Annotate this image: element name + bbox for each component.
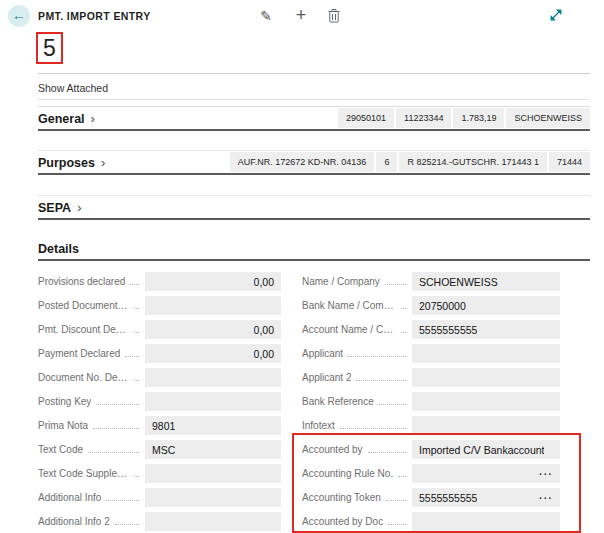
field-label: Accounting Rule No. xyxy=(302,468,393,479)
field-value-input[interactable] xyxy=(145,488,281,507)
general-summary-tiles: 29050101 11223344 1.783,19 SCHOENWEISS xyxy=(336,108,590,128)
field-row: Infotext xyxy=(302,416,560,435)
field-label: Name / Company xyxy=(302,276,380,287)
field-label: Posting Key xyxy=(38,396,91,407)
field-row: Applicant xyxy=(302,344,560,363)
dotted-leader xyxy=(340,428,406,429)
summary-tile[interactable]: 6 xyxy=(376,152,397,172)
field-value-input[interactable]: 0,00 xyxy=(145,272,281,291)
dotted-leader xyxy=(125,356,139,357)
edit-button[interactable]: ✎ xyxy=(255,6,277,26)
field-row: Name / CompanySCHOENWEISS xyxy=(302,272,560,291)
field-label: Posted Document No. xyxy=(38,300,129,311)
field-row: Accounted by Doc xyxy=(302,512,560,531)
field-value-input[interactable] xyxy=(145,296,281,315)
field-value-input[interactable]: MSC xyxy=(145,440,281,459)
field-row: Text CodeMSC xyxy=(38,440,281,459)
section-sepa-header[interactable]: SEPA› xyxy=(38,200,81,215)
field-row: Posting Key xyxy=(38,392,281,411)
summary-tile[interactable]: 71444 xyxy=(549,152,590,172)
field-label: Bank Reference xyxy=(302,396,374,407)
dotted-leader xyxy=(368,452,406,453)
field-label: Accounted by Doc xyxy=(302,516,383,527)
section-purposes: Purposes› AUF.NR. 172672 KD-NR. 04136 6 … xyxy=(38,150,590,175)
divider xyxy=(38,73,590,74)
field-label: Accounted by xyxy=(302,444,363,455)
pencil-icon: ✎ xyxy=(260,8,272,24)
assist-edit-button[interactable]: ··· xyxy=(539,469,553,479)
field-value-input[interactable]: 0,00 xyxy=(145,344,281,363)
back-button[interactable]: ← xyxy=(8,5,30,27)
section-general-header[interactable]: General› xyxy=(38,111,95,126)
field-value-input[interactable] xyxy=(412,416,560,435)
field-label: Text Code xyxy=(38,444,83,455)
dotted-leader xyxy=(134,308,139,309)
field-row: Additional Info 2 xyxy=(38,512,281,531)
dotted-leader xyxy=(93,428,139,429)
field-row: Applicant 2 xyxy=(302,368,560,387)
page-caption: PMT. IMPORT ENTRY xyxy=(38,10,151,22)
chevron-right-icon: › xyxy=(77,200,81,215)
expand-icon xyxy=(548,7,564,23)
field-row: Account Name / Com...5555555555 xyxy=(302,320,560,339)
field-value-input[interactable] xyxy=(145,512,281,531)
dotted-leader xyxy=(379,404,406,405)
section-details-heading: Details xyxy=(38,242,590,261)
field-row: Bank Name / Company20750000 xyxy=(302,296,560,315)
annotation-box-title: 5 xyxy=(36,32,63,64)
field-value-input[interactable]: 5555555555 xyxy=(412,320,560,339)
purposes-summary-tiles: AUF.NR. 172672 KD-NR. 04136 6 R 825214.-… xyxy=(228,152,590,172)
field-label: Pmt. Discount Declared xyxy=(38,324,129,335)
summary-tile[interactable]: 1.783,19 xyxy=(453,108,504,128)
new-button[interactable]: + xyxy=(290,6,312,26)
field-row: Bank Reference xyxy=(302,392,560,411)
dotted-leader xyxy=(96,404,139,405)
summary-tile[interactable]: 11223344 xyxy=(396,108,451,128)
summary-tile[interactable]: 29050101 xyxy=(338,108,394,128)
dotted-leader xyxy=(115,524,139,525)
field-label: Text Code Supplement xyxy=(38,468,129,479)
title-row: 5 xyxy=(36,32,604,70)
field-value-input[interactable] xyxy=(412,344,560,363)
dotted-leader xyxy=(386,500,406,501)
dotted-leader xyxy=(401,308,406,309)
arrow-left-icon: ← xyxy=(12,7,26,23)
field-value-input[interactable] xyxy=(412,368,560,387)
field-label: Payment Declared xyxy=(38,348,120,359)
delete-button[interactable] xyxy=(323,6,345,26)
dotted-leader xyxy=(134,380,139,381)
trash-icon xyxy=(326,7,342,25)
field-value-input[interactable]: 9801 xyxy=(145,416,281,435)
field-value-input[interactable]: Imported C/V Bankaccount xyxy=(412,440,560,459)
field-label: Additional Info 2 xyxy=(38,516,110,527)
field-value-input[interactable] xyxy=(412,512,560,531)
summary-tile[interactable]: SCHOENWEISS xyxy=(506,108,590,128)
show-attached-link[interactable]: Show Attached xyxy=(38,82,128,94)
section-purposes-header[interactable]: Purposes› xyxy=(38,155,105,170)
divider xyxy=(38,99,590,100)
summary-tile[interactable]: AUF.NR. 172672 KD-NR. 04136 xyxy=(230,152,375,172)
field-label: Additional Info xyxy=(38,492,101,503)
field-value-input[interactable] xyxy=(145,464,281,483)
section-sepa: SEPA› xyxy=(38,195,590,220)
section-general: General› 29050101 11223344 1.783,19 SCHO… xyxy=(38,106,590,131)
details-grid: Provisions declared0,00 Posted Document … xyxy=(38,272,590,533)
field-value-input[interactable]: 20750000 xyxy=(412,296,560,315)
dotted-leader xyxy=(130,284,139,285)
top-bar: ← PMT. IMPORT ENTRY ✎ + xyxy=(0,0,604,30)
plus-icon: + xyxy=(296,5,307,25)
field-row: Posted Document No. xyxy=(38,296,281,315)
assist-edit-button[interactable]: ··· xyxy=(539,493,553,503)
field-value-input[interactable] xyxy=(412,392,560,411)
expand-button[interactable] xyxy=(548,7,566,25)
field-value-input[interactable]: 5555555555··· xyxy=(412,488,560,507)
field-value-input[interactable]: ··· xyxy=(412,464,560,483)
field-label: Prima Nota xyxy=(38,420,88,431)
field-value-input[interactable] xyxy=(145,368,281,387)
field-value-input[interactable] xyxy=(145,392,281,411)
field-value-input[interactable]: SCHOENWEISS xyxy=(412,272,560,291)
field-value-input[interactable]: 0,00 xyxy=(145,320,281,339)
field-row: Accounting Token5555555555··· xyxy=(302,488,560,507)
summary-tile[interactable]: R 825214.-GUTSCHR. 171443 1 xyxy=(399,152,547,172)
field-label: Provisions declared xyxy=(38,276,125,287)
